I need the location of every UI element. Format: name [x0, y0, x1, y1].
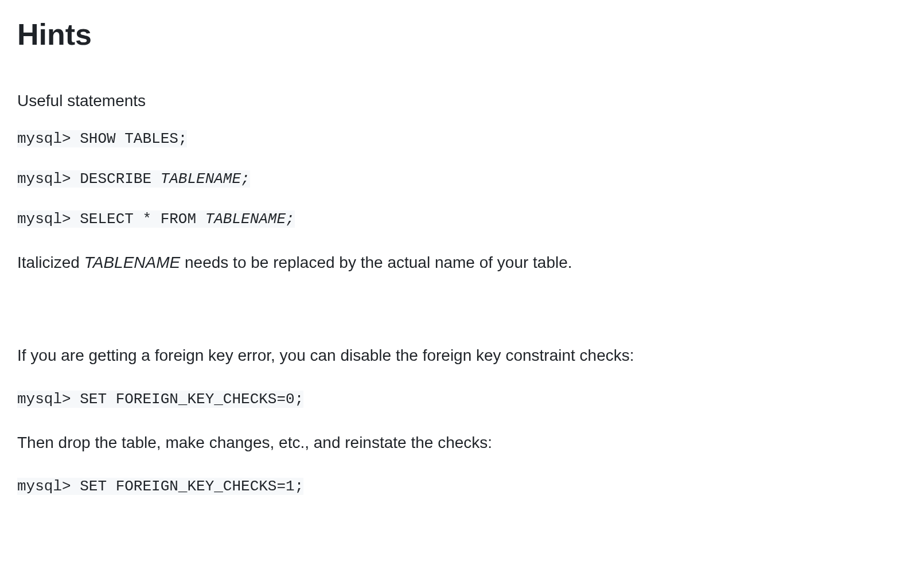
- note-italic: TABLENAME: [84, 254, 181, 271]
- code-describe-tablename: TABLENAME;: [161, 170, 250, 188]
- note-tablename: Italicized TABLENAME needs to be replace…: [17, 251, 907, 275]
- code-describe-prefix: mysql> DESCRIBE: [17, 170, 161, 188]
- code-select-tablename: TABLENAME;: [205, 210, 295, 228]
- code-show-tables: mysql> SHOW TABLES;: [17, 130, 187, 147]
- page-heading: Hints: [17, 17, 907, 52]
- foreign-key-para1: If you are getting a foreign key error, …: [17, 344, 907, 368]
- foreign-key-para2: Then drop the table, make changes, etc.,…: [17, 431, 907, 455]
- note-suffix: needs to be replaced by the actual name …: [180, 254, 572, 271]
- code-select: mysql> SELECT * FROM TABLENAME;: [17, 210, 295, 228]
- code-fk-enable: mysql> SET FOREIGN_KEY_CHECKS=1;: [17, 478, 303, 495]
- note-prefix: Italicized: [17, 254, 84, 271]
- useful-statements-subheading: Useful statements: [17, 92, 907, 110]
- code-select-prefix: mysql> SELECT * FROM: [17, 210, 205, 228]
- code-describe: mysql> DESCRIBE TABLENAME;: [17, 170, 250, 188]
- code-fk-disable: mysql> SET FOREIGN_KEY_CHECKS=0;: [17, 391, 303, 408]
